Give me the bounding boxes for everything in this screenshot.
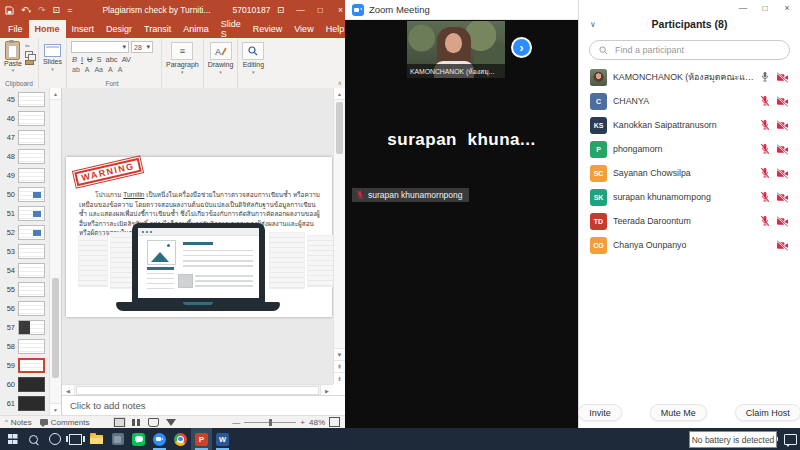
paragraph-button[interactable]: ≡ Paragraph ▾: [166, 41, 199, 75]
new-slide-button[interactable]: Slides ▾: [43, 41, 62, 72]
ribbon-tab[interactable]: File: [2, 20, 29, 38]
font-style-button[interactable]: S: [97, 55, 102, 64]
start-button[interactable]: [2, 428, 23, 450]
slide-thumbnail-row[interactable]: 51: [0, 204, 49, 223]
collapse-ribbon-icon[interactable]: ∧: [338, 79, 342, 86]
participant-row[interactable]: P phongamorn: [579, 137, 800, 161]
drawing-button[interactable]: A Drawing ▾: [208, 41, 234, 75]
muted-mic-icon[interactable]: [760, 215, 770, 227]
camera-off-icon[interactable]: [776, 144, 789, 155]
ribbon-tab[interactable]: Anima: [177, 20, 215, 38]
participant-row[interactable]: SC Sayanan Chowsilpa: [579, 161, 800, 185]
powerpoint-taskbar-button[interactable]: P: [191, 428, 212, 450]
slide-thumbnail[interactable]: [18, 377, 45, 392]
font-format-button[interactable]: A: [108, 66, 113, 73]
slide-thumbnail[interactable]: [18, 358, 45, 373]
slide-thumbnail[interactable]: [18, 263, 45, 278]
camera-off-icon[interactable]: [776, 240, 789, 251]
zoom-percent[interactable]: 48%: [309, 418, 325, 427]
ribbon-tab[interactable]: Slide S: [215, 20, 247, 38]
start-presentation-icon[interactable]: ⊡: [53, 6, 61, 15]
save-icon[interactable]: [5, 6, 14, 15]
zoom-slider-knob[interactable]: [269, 419, 272, 426]
video-tile[interactable]: KAMONCHANOK (ห้องสมุ...: [407, 21, 505, 78]
slide-thumbnail[interactable]: [18, 168, 45, 183]
font-style-button[interactable]: I: [81, 55, 83, 64]
slide-thumbnail[interactable]: [18, 301, 45, 316]
slide-thumbnail[interactable]: [18, 225, 45, 240]
slide-thumbnail[interactable]: [18, 187, 45, 202]
font-size-combobox[interactable]: 28▾: [131, 41, 153, 53]
maximize-icon[interactable]: □: [754, 3, 776, 13]
reading-view-button[interactable]: [147, 417, 160, 427]
ribbon-display-options-icon[interactable]: ⊡: [270, 5, 290, 15]
ribbon-tab[interactable]: Insert: [66, 20, 101, 38]
next-slide-icon[interactable]: ⇟: [334, 372, 345, 384]
muted-mic-icon[interactable]: [760, 167, 770, 179]
minimize-icon[interactable]: —: [290, 5, 310, 15]
slide-vertical-scrollbar[interactable]: ▲ ▼ ⇞ ⇟: [333, 88, 345, 384]
mute-me-button[interactable]: Mute Me: [650, 404, 707, 421]
zoom-app-button[interactable]: [149, 428, 170, 450]
file-explorer-button[interactable]: [86, 428, 107, 450]
slide-thumbnail[interactable]: [18, 244, 45, 259]
previous-slide-icon[interactable]: ⇞: [334, 360, 345, 372]
chrome-button[interactable]: [170, 428, 191, 450]
slide-thumbnail[interactable]: [18, 320, 45, 335]
ribbon-tab[interactable]: Transit: [138, 20, 177, 38]
participant-row[interactable]: KS Kanokkan Saipattranusorn: [579, 113, 800, 137]
ribbon-tab[interactable]: Review: [247, 20, 289, 38]
slide-thumbnail-row[interactable]: 46: [0, 109, 49, 128]
ribbon-tab[interactable]: Desigr: [100, 20, 138, 38]
cortana-button[interactable]: [44, 428, 65, 450]
slide-thumbnail-row[interactable]: 49: [0, 166, 49, 185]
participant-row[interactable]: TD Teerada Daroontum: [579, 209, 800, 233]
slide-thumbnail-row[interactable]: 47: [0, 128, 49, 147]
zoom-slider[interactable]: [244, 422, 296, 423]
slide-canvas[interactable]: WARNING โปรแกรม Turnitin เป็นหนึ่งในเครื…: [62, 88, 333, 384]
editing-button[interactable]: Editing ▾: [242, 41, 264, 75]
slide-thumbnail-row[interactable]: 56: [0, 299, 49, 318]
slide-thumbnail[interactable]: [18, 206, 45, 221]
slide-thumbnail-row[interactable]: 50: [0, 185, 49, 204]
next-video-page-button[interactable]: ›: [511, 37, 532, 58]
slide-thumbnail[interactable]: [18, 130, 45, 145]
scrollbar-thumb[interactable]: [52, 278, 59, 378]
slide-thumbnail-row[interactable]: 53: [0, 242, 49, 261]
muted-mic-icon[interactable]: [760, 191, 770, 203]
search-input[interactable]: [613, 44, 780, 56]
camera-off-icon[interactable]: [776, 120, 789, 131]
slideshow-button[interactable]: [164, 417, 177, 427]
slide-thumbnail-row[interactable]: 57: [0, 318, 49, 337]
scroll-down-icon[interactable]: ▼: [334, 348, 345, 360]
chevron-down-icon[interactable]: ∨: [590, 20, 596, 29]
maximize-icon[interactable]: □: [310, 5, 330, 15]
participant-row[interactable]: KAMONCHANOK (ห้องสมุดคณะแพทยศาส... (Me): [579, 65, 800, 89]
font-format-button[interactable]: A: [85, 66, 90, 73]
comments-toggle[interactable]: Comments: [40, 418, 90, 427]
ribbon-tab[interactable]: Home: [29, 20, 66, 38]
camera-off-icon[interactable]: [776, 72, 789, 83]
slide-thumbnail[interactable]: [18, 92, 45, 107]
pinned-app-button[interactable]: [107, 428, 128, 450]
font-format-button[interactable]: A: [118, 66, 123, 73]
fit-to-window-icon[interactable]: [329, 417, 340, 427]
notes-toggle[interactable]: ^ Notes: [5, 418, 32, 427]
ribbon-tab[interactable]: View: [288, 20, 319, 38]
slide-sorter-view-button[interactable]: [130, 417, 143, 427]
slide-thumbnail-row[interactable]: 58: [0, 337, 49, 356]
font-name-combobox[interactable]: ▾: [71, 41, 129, 53]
customize-qat-icon[interactable]: =: [67, 6, 72, 15]
invite-button[interactable]: Invite: [578, 404, 622, 421]
scroll-up-icon[interactable]: ▲: [50, 88, 61, 100]
slide-thumbnail[interactable]: [18, 111, 45, 126]
thumbnail-scrollbar[interactable]: ▲ ▼: [49, 88, 61, 415]
undo-icon[interactable]: ↶▾: [21, 6, 31, 15]
slide[interactable]: WARNING โปรแกรม Turnitin เป็นหนึ่งในเครื…: [66, 157, 332, 317]
redo-icon[interactable]: ↷: [38, 6, 46, 15]
font-style-button[interactable]: U: [87, 55, 92, 64]
font-format-button[interactable]: ab: [72, 66, 80, 73]
participant-search-box[interactable]: [589, 40, 790, 60]
copy-icon[interactable]: [25, 51, 33, 58]
font-format-button[interactable]: Aa: [94, 66, 103, 73]
